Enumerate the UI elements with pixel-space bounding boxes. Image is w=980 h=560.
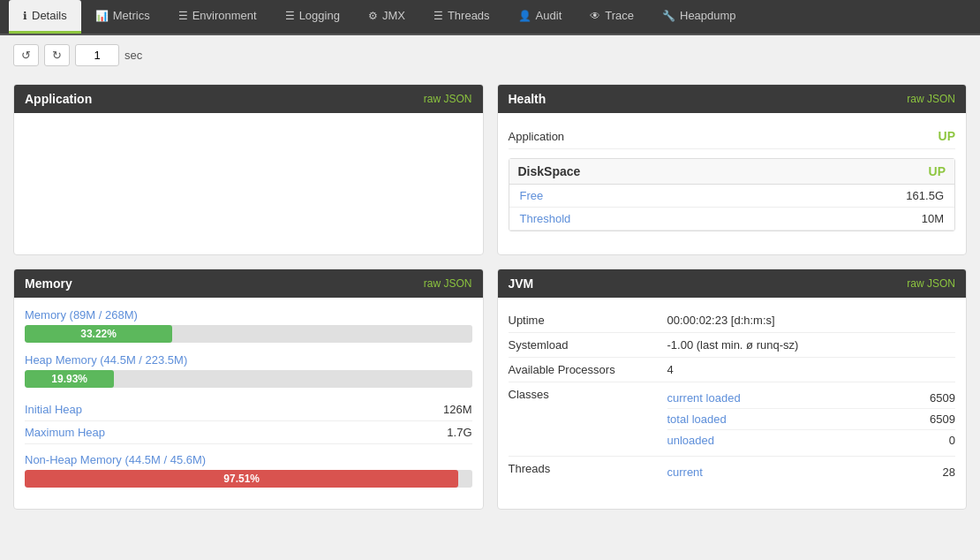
jvm-uptime-value: 00:00:02:23 [d:h:m:s] xyxy=(667,314,956,327)
tab-threads[interactable]: ☰ Threads xyxy=(419,0,504,34)
threads-icon: ☰ xyxy=(433,10,443,22)
tab-metrics-label: Metrics xyxy=(113,9,150,22)
jvm-classes-total-row: total loaded 6509 xyxy=(667,409,956,430)
tab-environment[interactable]: ☰ Environment xyxy=(164,0,271,34)
jvm-classes-current-label: current loaded xyxy=(667,391,903,405)
nav-tabs: ℹ Details 📊 Metrics ☰ Environment ☰ Logg… xyxy=(0,0,980,35)
tab-environment-label: Environment xyxy=(192,9,257,22)
tab-details[interactable]: ℹ Details xyxy=(9,0,81,34)
heap-memory-item: Heap Memory (44.5M / 223.5M) 19.93% xyxy=(25,353,472,388)
non-heap-memory-item: Non-Heap Memory (44.5M / 45.6M) 97.51% xyxy=(25,453,472,488)
jvm-classes-unloaded-label: unloaded xyxy=(667,434,903,447)
auto-refresh-button[interactable]: ↻ xyxy=(44,44,70,66)
tab-jmx-label: JMX xyxy=(382,9,405,22)
sec-label: sec xyxy=(124,49,142,62)
trace-icon: 👁 xyxy=(590,10,600,22)
application-card: Application raw JSON xyxy=(13,84,484,255)
health-card: Health raw JSON Application UP DiskSpace… xyxy=(497,84,968,255)
jvm-card-header: JVM raw JSON xyxy=(498,269,967,298)
tab-audit-label: Audit xyxy=(536,9,562,22)
free-label: Free xyxy=(520,189,544,202)
health-card-title: Health xyxy=(509,92,547,106)
tab-audit[interactable]: 👤 Audit xyxy=(504,0,577,34)
jvm-systemload-value: -1.00 (last min. ø runq-sz) xyxy=(667,338,956,352)
tab-metrics[interactable]: 📊 Metrics xyxy=(81,0,164,34)
main-content: Application raw JSON Health raw JSON App… xyxy=(0,75,980,518)
maximum-heap-row: Maximum Heap 1.7G xyxy=(25,421,472,444)
jvm-threads-current-label: current xyxy=(667,465,903,479)
tab-logging[interactable]: ☰ Logging xyxy=(271,0,354,34)
health-card-header: Health raw JSON xyxy=(498,85,967,113)
heapdump-icon: 🔧 xyxy=(662,10,675,22)
non-heap-progress-fill: 97.51% xyxy=(25,470,458,488)
jvm-systemload-label: Systemload xyxy=(509,338,667,352)
memory-card: Memory raw JSON Memory (89M / 268M) 33.2… xyxy=(13,269,484,510)
jvm-threads-details: current 28 xyxy=(667,462,956,482)
health-application-label: Application xyxy=(509,130,565,143)
heap-progress-bg: 19.93% xyxy=(25,370,472,388)
application-raw-json[interactable]: raw JSON xyxy=(424,93,472,105)
initial-heap-value: 126M xyxy=(443,403,472,416)
threshold-value: 10M xyxy=(922,212,944,225)
jvm-threads-current-value: 28 xyxy=(902,465,955,479)
jvm-processors-row: Available Processors 4 xyxy=(509,358,956,382)
jvm-processors-value: 4 xyxy=(667,363,956,376)
non-heap-memory-label: Non-Heap Memory (44.5M / 45.6M) xyxy=(25,453,472,466)
info-icon: ℹ xyxy=(23,10,27,22)
tab-threads-label: Threads xyxy=(448,9,490,22)
health-application-row: Application UP xyxy=(509,124,956,149)
jmx-icon: ⚙ xyxy=(368,10,378,22)
memory-card-title: Memory xyxy=(25,276,72,291)
application-card-header: Application raw JSON xyxy=(14,85,483,113)
tab-jmx[interactable]: ⚙ JMX xyxy=(354,0,419,34)
tab-logging-label: Logging xyxy=(299,9,340,22)
jvm-classes-current-value: 6509 xyxy=(902,391,955,405)
jvm-threads-label: Threads xyxy=(509,462,667,475)
heap-memory-label: Heap Memory (44.5M / 223.5M) xyxy=(25,353,472,367)
metrics-icon: 📊 xyxy=(95,10,109,22)
tab-details-label: Details xyxy=(32,9,67,22)
memory-raw-json[interactable]: raw JSON xyxy=(424,277,472,290)
jvm-card-title: JVM xyxy=(509,276,534,291)
jvm-classes-label: Classes xyxy=(509,388,667,401)
memory-usage-label: Memory (89M / 268M) xyxy=(25,308,472,322)
diskspace-section: DiskSpace UP Free 161.5G Threshold 10M xyxy=(509,158,956,231)
diskspace-free-row: Free 161.5G xyxy=(509,185,955,208)
maximum-heap-label: Maximum Heap xyxy=(25,426,105,439)
health-raw-json[interactable]: raw JSON xyxy=(907,93,955,105)
refresh-button[interactable]: ↺ xyxy=(13,44,39,66)
jvm-uptime-label: Uptime xyxy=(509,314,667,327)
jvm-uptime-row: Uptime 00:00:02:23 [d:h:m:s] xyxy=(509,308,956,333)
jvm-raw-json[interactable]: raw JSON xyxy=(907,277,955,290)
free-value: 161.5G xyxy=(906,189,944,202)
memory-progress-bg: 33.22% xyxy=(25,325,472,343)
jvm-card: JVM raw JSON Uptime 00:00:02:23 [d:h:m:s… xyxy=(497,269,968,510)
health-card-body: Application UP DiskSpace UP Free 161.5G … xyxy=(498,113,967,242)
memory-card-body: Memory (89M / 268M) 33.22% Heap Memory (… xyxy=(14,298,483,509)
jvm-card-body: Uptime 00:00:02:23 [d:h:m:s] Systemload … xyxy=(498,298,967,498)
memory-card-header: Memory raw JSON xyxy=(14,269,483,298)
jvm-systemload-row: Systemload -1.00 (last min. ø runq-sz) xyxy=(509,333,956,358)
maximum-heap-value: 1.7G xyxy=(447,426,471,439)
jvm-classes-current-row: current loaded 6509 xyxy=(667,388,956,409)
application-card-title: Application xyxy=(25,92,92,106)
jvm-threads-row: Threads current 28 xyxy=(509,457,956,488)
tab-heapdump[interactable]: 🔧 Heapdump xyxy=(648,0,750,34)
initial-heap-label: Initial Heap xyxy=(25,403,82,416)
audit-icon: 👤 xyxy=(518,10,531,22)
diskspace-status: UP xyxy=(929,164,946,178)
toolbar: ↺ ↻ sec xyxy=(0,35,980,75)
logging-icon: ☰ xyxy=(285,10,295,22)
tab-trace-label: Trace xyxy=(605,9,634,22)
diskspace-threshold-row: Threshold 10M xyxy=(509,208,955,231)
jvm-classes-row: Classes current loaded 6509 total loaded… xyxy=(509,382,956,457)
heap-progress-fill: 19.93% xyxy=(25,370,114,388)
jvm-classes-unloaded-row: unloaded 0 xyxy=(667,430,956,450)
non-heap-progress-bg: 97.51% xyxy=(25,470,472,488)
environment-icon: ☰ xyxy=(178,10,188,22)
interval-input[interactable] xyxy=(75,44,119,66)
health-application-status: UP xyxy=(939,129,955,143)
jvm-processors-label: Available Processors xyxy=(509,363,667,376)
tab-trace[interactable]: 👁 Trace xyxy=(576,0,648,34)
jvm-classes-details: current loaded 6509 total loaded 6509 un… xyxy=(667,388,956,450)
